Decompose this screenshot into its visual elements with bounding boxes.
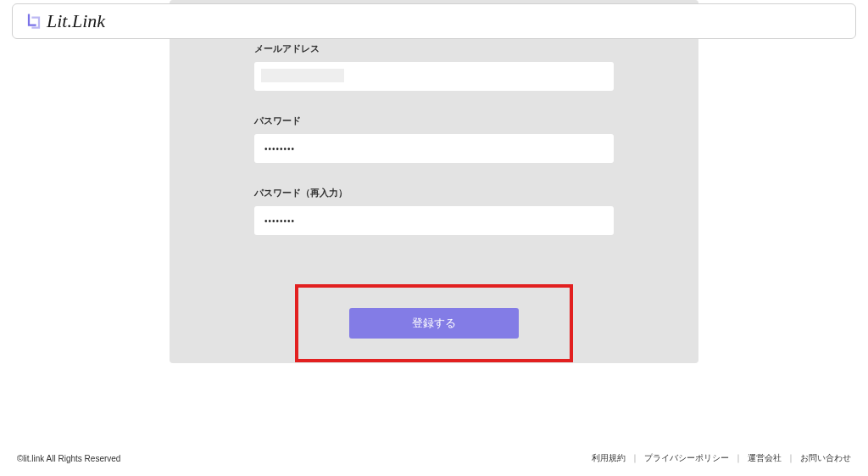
password-field[interactable] <box>254 134 614 163</box>
logo-icon <box>26 14 42 29</box>
footer-company-link[interactable]: 運営会社 <box>748 452 782 464</box>
footer-privacy-link[interactable]: プライバシーポリシー <box>644 452 729 464</box>
footer-separator: ｜ <box>734 452 743 464</box>
footer-separator: ｜ <box>631 452 639 464</box>
logo-text: Lit.Link <box>47 10 105 32</box>
registration-form-card: メールアドレス パスワード パスワード（再入力） 登録する <box>170 0 698 363</box>
password-group: パスワード <box>254 115 614 163</box>
email-field[interactable] <box>254 62 614 91</box>
password-confirm-field[interactable] <box>254 206 614 235</box>
register-button[interactable]: 登録する <box>349 308 519 339</box>
footer-separator: ｜ <box>787 452 795 464</box>
password-confirm-label: パスワード（再入力） <box>254 187 614 199</box>
footer-copyright: ©lit.link All Rights Reserved <box>17 454 120 463</box>
header-bar: Lit.Link <box>12 3 856 39</box>
footer: ©lit.link All Rights Reserved 利用規約 ｜ プライ… <box>17 452 851 464</box>
email-label: メールアドレス <box>254 42 614 55</box>
footer-links: 利用規約 ｜ プライバシーポリシー ｜ 運営会社 ｜ お問い合わせ <box>592 452 851 464</box>
password-label: パスワード <box>254 115 614 127</box>
highlight-box: 登録する <box>295 284 573 362</box>
logo[interactable]: Lit.Link <box>26 10 105 32</box>
footer-contact-link[interactable]: お問い合わせ <box>800 452 851 464</box>
footer-terms-link[interactable]: 利用規約 <box>592 452 626 464</box>
email-group: メールアドレス <box>254 42 614 91</box>
password-confirm-group: パスワード（再入力） <box>254 187 614 235</box>
submit-wrapper: 登録する <box>254 284 614 362</box>
